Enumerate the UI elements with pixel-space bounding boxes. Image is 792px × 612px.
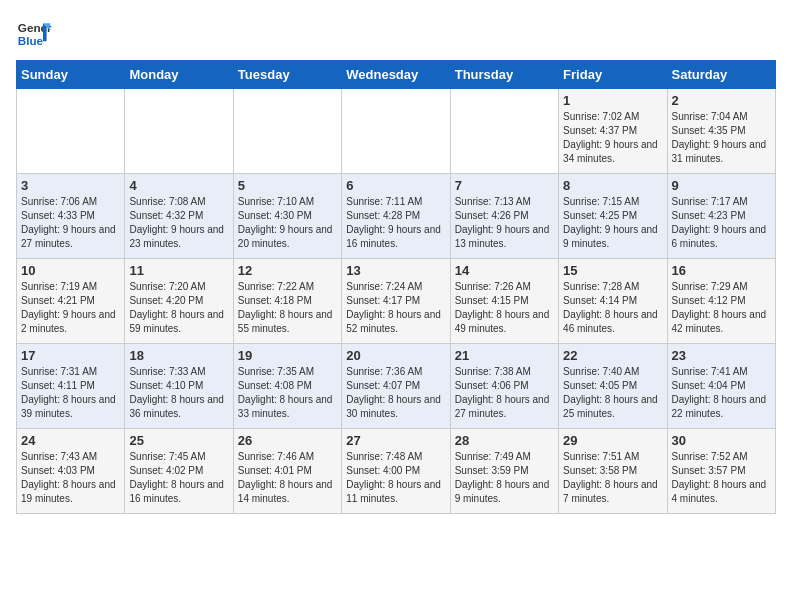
day-info: Sunrise: 7:29 AM Sunset: 4:12 PM Dayligh… — [672, 280, 771, 336]
logo: General Blue — [16, 16, 52, 52]
day-number: 6 — [346, 178, 445, 193]
day-info: Sunrise: 7:46 AM Sunset: 4:01 PM Dayligh… — [238, 450, 337, 506]
day-number: 20 — [346, 348, 445, 363]
calendar-cell: 15Sunrise: 7:28 AM Sunset: 4:14 PM Dayli… — [559, 259, 667, 344]
calendar-cell: 24Sunrise: 7:43 AM Sunset: 4:03 PM Dayli… — [17, 429, 125, 514]
calendar-cell: 19Sunrise: 7:35 AM Sunset: 4:08 PM Dayli… — [233, 344, 341, 429]
day-number: 28 — [455, 433, 554, 448]
calendar-cell: 26Sunrise: 7:46 AM Sunset: 4:01 PM Dayli… — [233, 429, 341, 514]
day-number: 11 — [129, 263, 228, 278]
calendar-cell: 4Sunrise: 7:08 AM Sunset: 4:32 PM Daylig… — [125, 174, 233, 259]
day-info: Sunrise: 7:08 AM Sunset: 4:32 PM Dayligh… — [129, 195, 228, 251]
svg-text:General: General — [18, 21, 52, 34]
day-number: 2 — [672, 93, 771, 108]
day-number: 18 — [129, 348, 228, 363]
day-number: 1 — [563, 93, 662, 108]
calendar-week-3: 10Sunrise: 7:19 AM Sunset: 4:21 PM Dayli… — [17, 259, 776, 344]
svg-text:Blue: Blue — [18, 34, 44, 47]
calendar-cell — [125, 89, 233, 174]
calendar-week-2: 3Sunrise: 7:06 AM Sunset: 4:33 PM Daylig… — [17, 174, 776, 259]
day-info: Sunrise: 7:38 AM Sunset: 4:06 PM Dayligh… — [455, 365, 554, 421]
day-info: Sunrise: 7:48 AM Sunset: 4:00 PM Dayligh… — [346, 450, 445, 506]
day-info: Sunrise: 7:02 AM Sunset: 4:37 PM Dayligh… — [563, 110, 662, 166]
day-number: 17 — [21, 348, 120, 363]
day-info: Sunrise: 7:49 AM Sunset: 3:59 PM Dayligh… — [455, 450, 554, 506]
day-info: Sunrise: 7:15 AM Sunset: 4:25 PM Dayligh… — [563, 195, 662, 251]
calendar-cell: 10Sunrise: 7:19 AM Sunset: 4:21 PM Dayli… — [17, 259, 125, 344]
header-row: SundayMondayTuesdayWednesdayThursdayFrid… — [17, 61, 776, 89]
header-day-sunday: Sunday — [17, 61, 125, 89]
calendar-cell: 30Sunrise: 7:52 AM Sunset: 3:57 PM Dayli… — [667, 429, 775, 514]
day-number: 27 — [346, 433, 445, 448]
day-number: 19 — [238, 348, 337, 363]
day-number: 13 — [346, 263, 445, 278]
calendar-cell: 8Sunrise: 7:15 AM Sunset: 4:25 PM Daylig… — [559, 174, 667, 259]
day-number: 12 — [238, 263, 337, 278]
day-info: Sunrise: 7:11 AM Sunset: 4:28 PM Dayligh… — [346, 195, 445, 251]
calendar-cell: 2Sunrise: 7:04 AM Sunset: 4:35 PM Daylig… — [667, 89, 775, 174]
day-info: Sunrise: 7:52 AM Sunset: 3:57 PM Dayligh… — [672, 450, 771, 506]
logo-icon: General Blue — [16, 16, 52, 52]
header: General Blue — [16, 16, 776, 52]
calendar-cell: 3Sunrise: 7:06 AM Sunset: 4:33 PM Daylig… — [17, 174, 125, 259]
day-info: Sunrise: 7:24 AM Sunset: 4:17 PM Dayligh… — [346, 280, 445, 336]
calendar-cell: 14Sunrise: 7:26 AM Sunset: 4:15 PM Dayli… — [450, 259, 558, 344]
header-day-wednesday: Wednesday — [342, 61, 450, 89]
day-number: 29 — [563, 433, 662, 448]
day-number: 14 — [455, 263, 554, 278]
calendar-body: 1Sunrise: 7:02 AM Sunset: 4:37 PM Daylig… — [17, 89, 776, 514]
calendar-cell: 13Sunrise: 7:24 AM Sunset: 4:17 PM Dayli… — [342, 259, 450, 344]
day-number: 5 — [238, 178, 337, 193]
calendar-cell: 27Sunrise: 7:48 AM Sunset: 4:00 PM Dayli… — [342, 429, 450, 514]
calendar-week-1: 1Sunrise: 7:02 AM Sunset: 4:37 PM Daylig… — [17, 89, 776, 174]
calendar-cell: 11Sunrise: 7:20 AM Sunset: 4:20 PM Dayli… — [125, 259, 233, 344]
calendar-cell: 22Sunrise: 7:40 AM Sunset: 4:05 PM Dayli… — [559, 344, 667, 429]
calendar-table: SundayMondayTuesdayWednesdayThursdayFrid… — [16, 60, 776, 514]
calendar-cell: 18Sunrise: 7:33 AM Sunset: 4:10 PM Dayli… — [125, 344, 233, 429]
day-number: 25 — [129, 433, 228, 448]
calendar-cell — [233, 89, 341, 174]
day-info: Sunrise: 7:19 AM Sunset: 4:21 PM Dayligh… — [21, 280, 120, 336]
day-info: Sunrise: 7:35 AM Sunset: 4:08 PM Dayligh… — [238, 365, 337, 421]
calendar-cell: 25Sunrise: 7:45 AM Sunset: 4:02 PM Dayli… — [125, 429, 233, 514]
day-info: Sunrise: 7:04 AM Sunset: 4:35 PM Dayligh… — [672, 110, 771, 166]
day-info: Sunrise: 7:31 AM Sunset: 4:11 PM Dayligh… — [21, 365, 120, 421]
calendar-cell: 7Sunrise: 7:13 AM Sunset: 4:26 PM Daylig… — [450, 174, 558, 259]
calendar-cell — [342, 89, 450, 174]
header-day-saturday: Saturday — [667, 61, 775, 89]
day-info: Sunrise: 7:20 AM Sunset: 4:20 PM Dayligh… — [129, 280, 228, 336]
day-number: 3 — [21, 178, 120, 193]
header-day-friday: Friday — [559, 61, 667, 89]
day-number: 21 — [455, 348, 554, 363]
day-number: 30 — [672, 433, 771, 448]
calendar-cell: 21Sunrise: 7:38 AM Sunset: 4:06 PM Dayli… — [450, 344, 558, 429]
day-info: Sunrise: 7:45 AM Sunset: 4:02 PM Dayligh… — [129, 450, 228, 506]
calendar-header: SundayMondayTuesdayWednesdayThursdayFrid… — [17, 61, 776, 89]
day-number: 4 — [129, 178, 228, 193]
day-number: 9 — [672, 178, 771, 193]
day-info: Sunrise: 7:51 AM Sunset: 3:58 PM Dayligh… — [563, 450, 662, 506]
day-info: Sunrise: 7:22 AM Sunset: 4:18 PM Dayligh… — [238, 280, 337, 336]
calendar-week-4: 17Sunrise: 7:31 AM Sunset: 4:11 PM Dayli… — [17, 344, 776, 429]
day-info: Sunrise: 7:17 AM Sunset: 4:23 PM Dayligh… — [672, 195, 771, 251]
calendar-cell: 5Sunrise: 7:10 AM Sunset: 4:30 PM Daylig… — [233, 174, 341, 259]
day-number: 23 — [672, 348, 771, 363]
calendar-cell: 29Sunrise: 7:51 AM Sunset: 3:58 PM Dayli… — [559, 429, 667, 514]
day-number: 24 — [21, 433, 120, 448]
day-info: Sunrise: 7:13 AM Sunset: 4:26 PM Dayligh… — [455, 195, 554, 251]
calendar-cell: 12Sunrise: 7:22 AM Sunset: 4:18 PM Dayli… — [233, 259, 341, 344]
day-info: Sunrise: 7:33 AM Sunset: 4:10 PM Dayligh… — [129, 365, 228, 421]
day-number: 26 — [238, 433, 337, 448]
day-info: Sunrise: 7:06 AM Sunset: 4:33 PM Dayligh… — [21, 195, 120, 251]
day-number: 15 — [563, 263, 662, 278]
calendar-cell: 9Sunrise: 7:17 AM Sunset: 4:23 PM Daylig… — [667, 174, 775, 259]
calendar-cell: 28Sunrise: 7:49 AM Sunset: 3:59 PM Dayli… — [450, 429, 558, 514]
calendar-cell: 1Sunrise: 7:02 AM Sunset: 4:37 PM Daylig… — [559, 89, 667, 174]
header-day-monday: Monday — [125, 61, 233, 89]
day-info: Sunrise: 7:43 AM Sunset: 4:03 PM Dayligh… — [21, 450, 120, 506]
calendar-week-5: 24Sunrise: 7:43 AM Sunset: 4:03 PM Dayli… — [17, 429, 776, 514]
calendar-cell — [17, 89, 125, 174]
day-number: 22 — [563, 348, 662, 363]
header-day-tuesday: Tuesday — [233, 61, 341, 89]
calendar-cell: 23Sunrise: 7:41 AM Sunset: 4:04 PM Dayli… — [667, 344, 775, 429]
